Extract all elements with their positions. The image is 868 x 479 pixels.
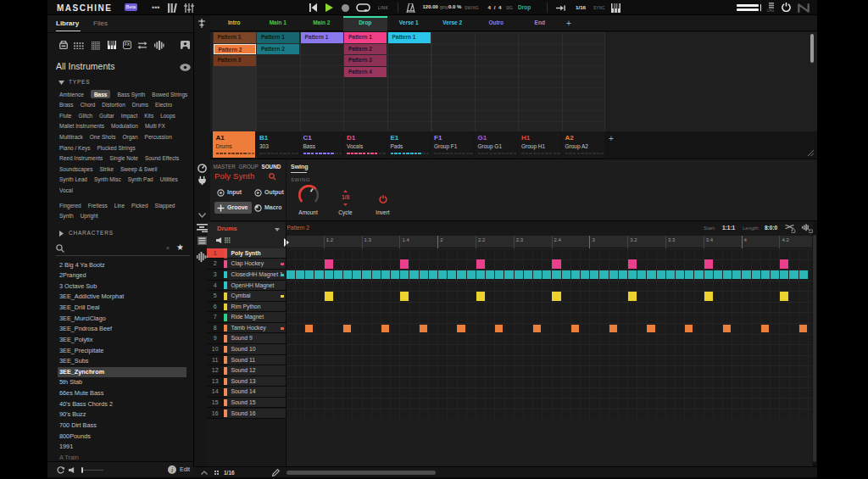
svg-text:i: i (171, 466, 173, 474)
